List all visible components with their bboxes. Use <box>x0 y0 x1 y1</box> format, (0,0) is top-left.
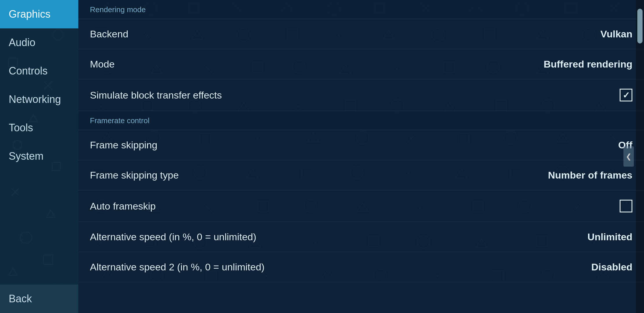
svg-marker-13 <box>9 268 17 275</box>
main-content: Rendering mode Backend Vulkan Mode Buffe… <box>78 0 644 313</box>
auto-frameskip-label: Auto frameskip <box>90 201 156 212</box>
backend-value: Vulkan <box>600 28 632 40</box>
sidebar-item-system[interactable]: System <box>0 142 78 170</box>
sidebar: Graphics Audio Controls Networking Tools… <box>0 0 78 313</box>
frame-skipping-row[interactable]: Frame skipping Off <box>78 130 644 160</box>
alt-speed-label: Alternative speed (in %, 0 = unlimited) <box>90 231 256 243</box>
alt-speed-2-value: Disabled <box>591 261 632 273</box>
frame-skipping-label: Frame skipping <box>90 139 157 151</box>
svg-line-8 <box>12 188 19 196</box>
mode-row[interactable]: Mode Buffered rendering <box>78 49 644 79</box>
back-button[interactable]: Back <box>0 285 78 313</box>
scrollbar-track[interactable] <box>636 0 644 313</box>
auto-frameskip-checkbox[interactable] <box>620 200 632 212</box>
simulate-block-label: Simulate block transfer effects <box>90 90 222 101</box>
frame-skipping-type-row[interactable]: Frame skipping type Number of frames <box>78 160 644 190</box>
frame-skipping-type-label: Frame skipping type <box>90 170 179 181</box>
simulate-block-row[interactable]: Simulate block transfer effects <box>78 79 644 111</box>
scrollbar-thumb[interactable] <box>637 9 643 43</box>
section-header-framerate: Framerate control <box>78 111 644 130</box>
collapse-chevron-button[interactable]: ❮ <box>623 146 634 167</box>
frame-skipping-type-value: Number of frames <box>548 170 632 181</box>
alt-speed-row[interactable]: Alternative speed (in %, 0 = unlimited) … <box>78 222 644 252</box>
simulate-block-checkbox[interactable] <box>620 89 632 101</box>
svg-marker-10 <box>46 210 55 217</box>
alt-speed-2-label: Alternative speed 2 (in %, 0 = unlimited… <box>90 261 265 273</box>
sidebar-item-graphics[interactable]: Graphics <box>0 0 78 28</box>
backend-label: Backend <box>90 28 128 40</box>
section-header-rendering-mode: Rendering mode <box>78 0 644 19</box>
sidebar-item-tools[interactable]: Tools <box>0 114 78 142</box>
auto-frameskip-row[interactable]: Auto frameskip <box>78 190 644 222</box>
sidebar-item-networking[interactable]: Networking <box>0 85 78 114</box>
alt-speed-2-row[interactable]: Alternative speed 2 (in %, 0 = unlimited… <box>78 252 644 282</box>
mode-value: Buffered rendering <box>544 59 632 70</box>
settings-content: Rendering mode Backend Vulkan Mode Buffe… <box>78 0 644 313</box>
svg-line-9 <box>12 188 19 196</box>
svg-rect-12 <box>44 255 53 264</box>
sidebar-item-controls[interactable]: Controls <box>0 57 78 85</box>
backend-row[interactable]: Backend Vulkan <box>78 19 644 49</box>
sidebar-item-audio[interactable]: Audio <box>0 28 78 57</box>
mode-label: Mode <box>90 59 115 70</box>
alt-speed-value: Unlimited <box>587 231 632 243</box>
svg-point-11 <box>20 232 32 243</box>
